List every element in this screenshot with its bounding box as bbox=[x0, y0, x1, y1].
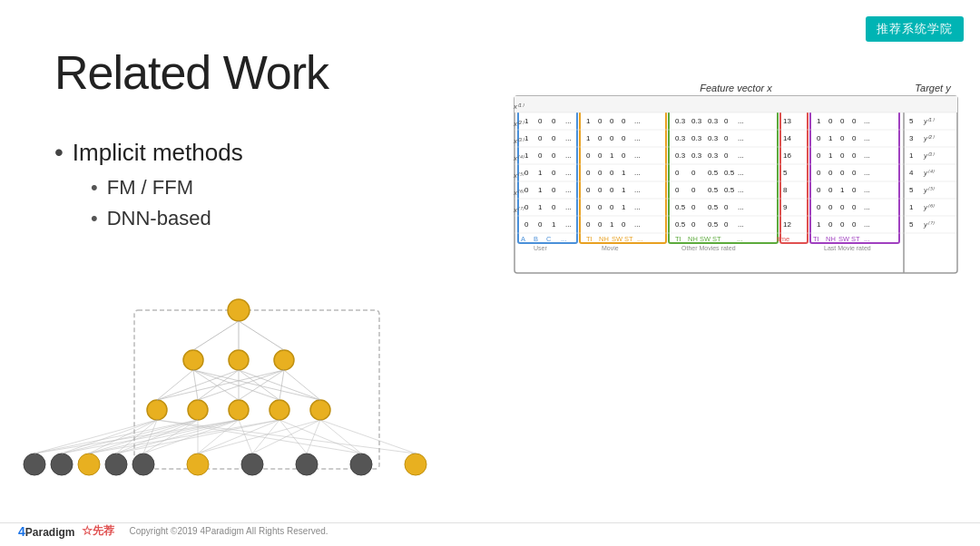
svg-text:0: 0 bbox=[828, 220, 833, 229]
svg-point-218 bbox=[229, 350, 249, 370]
svg-text:12: 12 bbox=[783, 220, 791, 229]
svg-line-269 bbox=[239, 321, 284, 350]
svg-line-265 bbox=[239, 370, 320, 400]
svg-line-253 bbox=[157, 370, 239, 400]
svg-text:...: ... bbox=[738, 186, 744, 194]
svg-text:3: 3 bbox=[909, 134, 914, 142]
svg-text:...: ... bbox=[634, 151, 641, 160]
svg-text:TI: TI bbox=[675, 235, 681, 243]
svg-text:x⁽⁴⁾: x⁽⁴⁾ bbox=[514, 154, 524, 162]
svg-text:0: 0 bbox=[840, 203, 845, 211]
svg-text:...: ... bbox=[738, 117, 744, 125]
svg-text:1: 1 bbox=[610, 151, 614, 160]
svg-text:...: ... bbox=[864, 151, 870, 160]
svg-text:0: 0 bbox=[724, 134, 729, 142]
svg-point-219 bbox=[274, 350, 294, 370]
svg-text:0: 0 bbox=[852, 169, 857, 177]
svg-text:0: 0 bbox=[724, 117, 729, 125]
svg-text:0: 0 bbox=[586, 169, 591, 177]
svg-text:8: 8 bbox=[783, 186, 788, 194]
svg-rect-201 bbox=[134, 310, 379, 469]
svg-line-257 bbox=[198, 370, 284, 400]
svg-text:5: 5 bbox=[783, 169, 788, 177]
svg-text:...: ... bbox=[634, 186, 641, 194]
svg-text:SW: SW bbox=[838, 235, 850, 243]
svg-text:0: 0 bbox=[598, 186, 603, 194]
svg-text:1: 1 bbox=[524, 151, 529, 160]
svg-text:0: 0 bbox=[598, 169, 603, 177]
svg-text:0: 0 bbox=[724, 220, 729, 229]
logo-4paradigm: 4Paradigm bbox=[18, 524, 74, 539]
svg-text:Other Movies rated: Other Movies rated bbox=[681, 245, 736, 251]
svg-text:0: 0 bbox=[622, 151, 626, 160]
page-title: Related Work bbox=[54, 45, 328, 100]
svg-text:0: 0 bbox=[840, 220, 845, 229]
svg-text:0: 0 bbox=[538, 220, 543, 229]
svg-text:1: 1 bbox=[828, 134, 833, 142]
svg-text:...: ... bbox=[634, 203, 641, 211]
svg-point-216 bbox=[310, 400, 330, 420]
svg-text:0.5: 0.5 bbox=[675, 203, 686, 211]
sub-bullet-list: FM / FFM DNN-based bbox=[91, 176, 243, 230]
svg-point-203 bbox=[51, 453, 73, 475]
svg-point-212 bbox=[147, 400, 167, 420]
svg-line-250 bbox=[157, 420, 416, 453]
svg-text:x⁽⁶⁾: x⁽⁶⁾ bbox=[514, 189, 524, 197]
svg-text:0: 0 bbox=[610, 134, 614, 142]
svg-text:NH SW ST: NH SW ST bbox=[688, 235, 721, 243]
svg-line-235 bbox=[143, 420, 157, 453]
svg-text:...: ... bbox=[565, 169, 572, 177]
svg-text:x⁽⁵⁾: x⁽⁵⁾ bbox=[514, 171, 524, 180]
svg-text:0: 0 bbox=[675, 169, 680, 177]
svg-point-202 bbox=[24, 453, 45, 475]
svg-text:0: 0 bbox=[610, 169, 614, 177]
svg-text:0.3: 0.3 bbox=[708, 151, 719, 160]
svg-text:0.5: 0.5 bbox=[708, 220, 719, 229]
svg-text:SW: SW bbox=[612, 235, 623, 243]
svg-text:0: 0 bbox=[852, 117, 857, 125]
svg-text:1: 1 bbox=[538, 186, 543, 194]
svg-line-262 bbox=[239, 370, 279, 400]
svg-text:0: 0 bbox=[817, 186, 821, 194]
svg-text:0: 0 bbox=[524, 186, 529, 194]
svg-line-256 bbox=[198, 370, 239, 400]
svg-text:...: ... bbox=[565, 186, 572, 194]
svg-line-239 bbox=[198, 420, 239, 453]
svg-text:0: 0 bbox=[691, 220, 696, 229]
svg-point-210 bbox=[350, 453, 372, 475]
svg-text:0.3: 0.3 bbox=[691, 151, 702, 160]
svg-line-243 bbox=[252, 420, 279, 453]
svg-point-217 bbox=[183, 350, 203, 370]
top-badge: 推荐系统学院 bbox=[866, 16, 964, 42]
svg-text:1: 1 bbox=[909, 203, 914, 211]
svg-text:...: ... bbox=[864, 203, 870, 211]
svg-text:TI: TI bbox=[586, 235, 593, 243]
svg-text:y⁽²⁾: y⁽²⁾ bbox=[923, 134, 935, 142]
svg-line-249 bbox=[320, 420, 416, 453]
svg-text:1: 1 bbox=[586, 134, 591, 142]
svg-text:0: 0 bbox=[828, 186, 833, 194]
svg-text:0: 0 bbox=[828, 203, 833, 211]
svg-text:Target y: Target y bbox=[915, 83, 952, 93]
svg-text:0: 0 bbox=[852, 151, 857, 160]
svg-text:...: ... bbox=[864, 134, 870, 142]
svg-text:0: 0 bbox=[610, 203, 614, 211]
svg-text:13: 13 bbox=[783, 117, 791, 125]
svg-rect-0 bbox=[514, 96, 957, 273]
svg-text:0: 0 bbox=[852, 186, 857, 194]
svg-point-220 bbox=[228, 299, 250, 321]
svg-point-211 bbox=[405, 453, 426, 475]
svg-text:1: 1 bbox=[524, 117, 529, 125]
svg-text:0: 0 bbox=[691, 186, 696, 194]
svg-line-230 bbox=[89, 420, 279, 453]
svg-text:x⁽¹⁾: x⁽¹⁾ bbox=[514, 102, 524, 111]
svg-point-208 bbox=[241, 453, 263, 475]
bullet-implicit-methods: Implicit methods bbox=[54, 138, 243, 167]
neural-network-diagram bbox=[16, 283, 506, 501]
svg-text:0: 0 bbox=[598, 203, 603, 211]
svg-text:0: 0 bbox=[691, 169, 696, 177]
svg-text:0.5: 0.5 bbox=[708, 203, 719, 211]
svg-text:...: ... bbox=[565, 203, 572, 211]
svg-text:0: 0 bbox=[552, 134, 556, 142]
svg-text:0.3: 0.3 bbox=[691, 117, 702, 125]
